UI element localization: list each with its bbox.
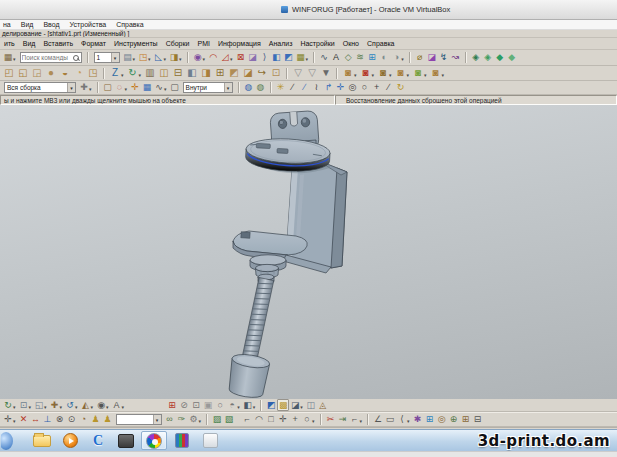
plus-icon[interactable]: + [289, 414, 301, 426]
lights-icon[interactable]: ◬ [317, 399, 329, 411]
materials-icon[interactable]: ◆ [494, 52, 506, 64]
chevron-down-icon[interactable]: ▾ [139, 72, 142, 78]
chevron-down-icon[interactable]: ▾ [44, 404, 47, 410]
text-tool-icon[interactable]: A [330, 52, 342, 64]
chevron-down-icon[interactable]: ▾ [29, 404, 32, 410]
studio-view-icon[interactable]: ⊡ [190, 399, 202, 411]
assembly-cube-icon-6[interactable]: ◙ [429, 67, 443, 79]
shaded-edges-icon[interactable]: ○ [214, 399, 226, 411]
snap-curve-icon[interactable]: ≀ [311, 82, 323, 94]
selection-priority-combo[interactable]: Внутри▾ [183, 82, 233, 93]
chevron-down-icon[interactable]: ▾ [122, 404, 125, 410]
chevron-down-icon[interactable]: ▾ [300, 404, 303, 410]
spline-icon[interactable]: ∿ [318, 52, 330, 64]
point-on-curve-icon[interactable]: ♟ [102, 414, 114, 426]
draft-icon[interactable]: ⟩ [259, 52, 271, 64]
boss-icon[interactable]: ◒ [58, 67, 72, 79]
chevron-down-icon[interactable]: ▾ [111, 53, 119, 62]
wcs-orient-icon[interactable]: ✛ [129, 82, 141, 94]
menu-item-1[interactable]: Вид [18, 21, 41, 28]
assembly-cube-icon-2[interactable]: ◙ [359, 67, 373, 79]
chevron-down-icon[interactable]: ▾ [230, 56, 233, 62]
snap-slash-icon[interactable]: ∕ [383, 82, 395, 94]
tube-icon[interactable]: ◨ [199, 67, 213, 79]
split-body-icon[interactable]: ⊡ [269, 67, 283, 79]
reattach-icon[interactable]: ✑ [176, 414, 188, 426]
chevron-down-icon[interactable]: ▾ [121, 72, 124, 78]
chevron-down-icon[interactable]: ▾ [133, 56, 136, 62]
profile-icon[interactable]: ⌐ [241, 414, 253, 426]
arc-icon[interactable]: ◠ [253, 414, 265, 426]
chevron-down-icon[interactable]: ▾ [153, 415, 161, 424]
curve-analysis-icon[interactable]: ↯ [438, 52, 450, 64]
graphics-window[interactable] [0, 105, 617, 399]
static-wireframe-icon[interactable]: ⊘ [178, 399, 190, 411]
menu-item-3[interactable]: Устройства [67, 21, 114, 28]
clip-section-icon[interactable]: ◩ [265, 399, 277, 411]
pull-face-icon[interactable]: ◩ [283, 52, 295, 64]
auto-dimension-icon[interactable]: ✱ [412, 414, 424, 426]
surface-icon[interactable]: ◇ [342, 52, 354, 64]
chevron-down-icon[interactable]: ▾ [253, 404, 256, 410]
chevron-down-icon[interactable]: ▾ [199, 418, 202, 424]
body-taper-icon[interactable]: ▼ [319, 67, 333, 79]
menu-item-0[interactable]: ить [0, 40, 19, 47]
filter-body-icon[interactable]: ▢ [169, 82, 181, 94]
constraints-icon[interactable]: ▧ [223, 414, 235, 426]
emboss-icon[interactable]: ⊞ [213, 67, 227, 79]
dimension-icon[interactable]: ∠ [372, 414, 384, 426]
chevron-down-icon[interactable]: ▾ [407, 72, 410, 78]
taskbar-c-app-button[interactable]: C [85, 431, 111, 450]
revolve-icon[interactable]: ↻ [126, 67, 140, 79]
taskbar-media-player-button[interactable] [57, 431, 83, 450]
shell-icon[interactable]: ◪ [247, 52, 259, 64]
block-primitive-icon[interactable]: ◰ [2, 67, 16, 79]
snap-line-icon[interactable]: ∕ [287, 82, 299, 94]
mirror-curve-icon[interactable]: ⊞ [424, 414, 436, 426]
menu-item-11[interactable]: Справка [363, 40, 398, 47]
chevron-down-icon[interactable]: ▾ [13, 56, 16, 62]
through-curves-icon[interactable]: ≋ [354, 52, 366, 64]
endpoint-snap-icon[interactable]: ↔ [30, 414, 42, 426]
chevron-down-icon[interactable]: ▾ [164, 86, 167, 92]
cone-primitive-icon[interactable]: ◲ [30, 67, 44, 79]
filter-face-icon[interactable]: ▦ [141, 82, 153, 94]
sphere-primitive-icon[interactable]: ● [44, 67, 58, 79]
pocket-icon[interactable]: ◔ [72, 67, 86, 79]
quadrant-snap-icon[interactable]: ◔ [78, 414, 90, 426]
menu-item-5[interactable]: Сборки [162, 40, 194, 47]
chevron-down-icon[interactable]: ▾ [67, 83, 75, 92]
deviation-icon[interactable]: ↝ [450, 52, 462, 64]
rectangle-icon[interactable]: □ [265, 414, 277, 426]
chevron-down-icon[interactable]: ▾ [75, 404, 78, 410]
mirror-feature-icon[interactable]: ⊞ [366, 52, 378, 64]
sphere-select-icon[interactable]: ◍ [243, 82, 255, 94]
offset-face-icon[interactable]: ◩ [227, 67, 241, 79]
chevron-down-icon[interactable]: ▾ [312, 418, 315, 424]
chevron-down-icon[interactable]: ▾ [13, 418, 16, 424]
taskbar-explorer-button[interactable] [29, 431, 55, 450]
link-icon[interactable]: ∞ [164, 414, 176, 426]
chevron-down-icon[interactable]: ▾ [372, 72, 375, 78]
chevron-down-icon[interactable]: ▾ [89, 86, 92, 92]
chevron-down-icon[interactable]: ▾ [306, 56, 309, 62]
menu-item-2[interactable]: Вставить [39, 40, 77, 47]
quick-extend-icon[interactable]: ⇥ [337, 414, 349, 426]
draft-body-icon[interactable]: ▽ [291, 67, 305, 79]
assembly-cube-icon-5[interactable]: ◙ [411, 67, 425, 79]
true-shading-icon[interactable]: ▩ [277, 399, 289, 411]
pad-icon[interactable]: ◳ [86, 67, 100, 79]
snap-line2-icon[interactable]: ∕ [299, 82, 311, 94]
menu-item-2[interactable]: Ввод [40, 21, 66, 28]
chevron-down-icon[interactable]: ▾ [91, 404, 94, 410]
menu-item-3[interactable]: Формат [77, 40, 110, 47]
scale-body-icon[interactable]: ◪ [241, 67, 255, 79]
menu-item-10[interactable]: Окно [339, 40, 363, 47]
zaxis-icon[interactable]: Z [108, 67, 122, 79]
chevron-down-icon[interactable]: ▾ [148, 56, 151, 62]
chevron-down-icon[interactable]: ▾ [125, 86, 128, 92]
pattern-curve-icon[interactable]: ⊞ [460, 414, 472, 426]
groove-icon[interactable]: ⊟ [171, 67, 185, 79]
measure-icon[interactable]: ⌀ [414, 52, 426, 64]
role-advanced-icon[interactable]: ◈ [482, 52, 494, 64]
